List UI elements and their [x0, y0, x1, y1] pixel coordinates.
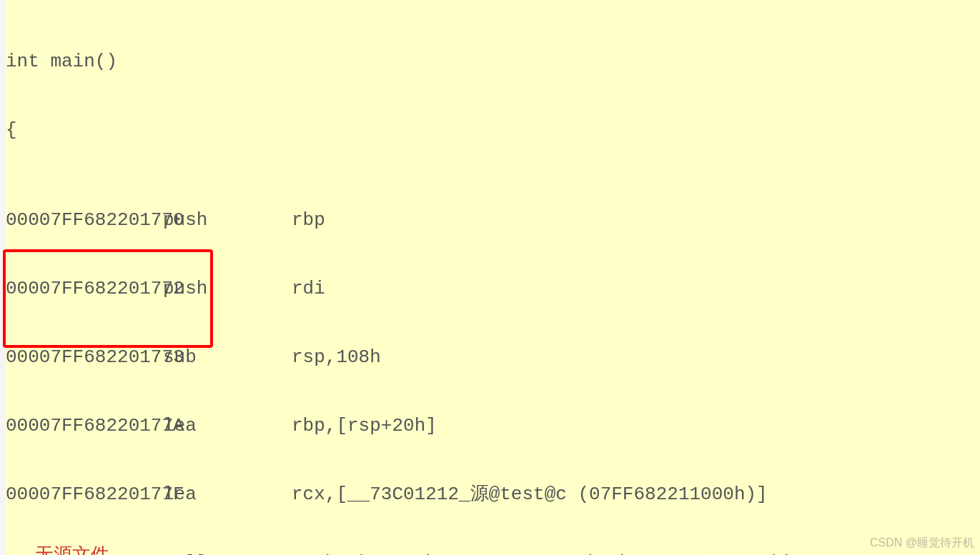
asm-operands: rbp: [292, 207, 325, 233]
asm-operands: rbp,[rsp+20h]: [292, 413, 437, 439]
asm-address: 00007FF682201773: [6, 344, 163, 370]
asm-address: 00007FF682201770: [6, 207, 163, 233]
asm-line: 00007FF682201772pushrdi: [6, 276, 793, 301]
asm-address: 00007FF68220177F: [6, 481, 163, 507]
asm-operands: rcx,[__73C01212_源@test@c (07FF682211000h…: [292, 481, 768, 507]
asm-operands: rdi: [292, 276, 325, 301]
asm-operands: rsp,108h: [292, 344, 381, 370]
source-line: int main(): [6, 49, 793, 74]
asm-line: 00007FF68220177Flearcx,[__73C01212_源@tes…: [6, 481, 793, 507]
disassembly-content: int main() { 00007FF682201770pushrbp 000…: [6, 6, 793, 555]
asm-mnemonic: lea: [163, 413, 292, 439]
source-line: {: [6, 117, 793, 143]
asm-address: 00007FF68220177A: [6, 413, 163, 439]
brace-open: {: [6, 119, 17, 141]
gutter-stripe: [0, 0, 6, 555]
asm-address: 00007FF682201772: [6, 276, 163, 301]
dash-prefix: ---: [6, 544, 35, 555]
asm-mnemonic: push: [163, 276, 292, 301]
csdn-watermark: CSDN @睡觉待开机: [870, 536, 974, 551]
asm-line: 00007FF682201773subrsp,108h: [6, 344, 793, 370]
asm-mnemonic: push: [163, 207, 292, 233]
func-signature: int main(): [6, 51, 117, 72]
dash-suffix: ----------------------------------------…: [109, 544, 703, 555]
asm-line: 00007FF682201770pushrbp: [6, 207, 793, 233]
no-source-separator: --- 无源文件 -------------------------------…: [6, 542, 980, 555]
asm-line: 00007FF68220177Alearbp,[rsp+20h]: [6, 413, 793, 439]
no-source-label: 无源文件: [35, 544, 109, 555]
asm-mnemonic: sub: [163, 344, 292, 370]
asm-mnemonic: lea: [163, 481, 292, 507]
